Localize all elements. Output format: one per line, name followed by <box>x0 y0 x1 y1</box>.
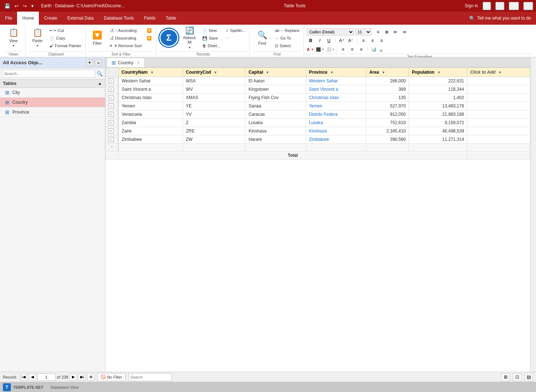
table-row[interactable]: + Zimbabwe ZW Harare Zimbabwe 390,580 11… <box>106 135 530 144</box>
close-button[interactable]: ✕ <box>523 2 533 10</box>
nav-item-country[interactable]: ⊞ Country <box>0 98 105 107</box>
list-number-button[interactable]: ≣ <box>383 28 391 36</box>
table-row[interactable]: + Christmas Islan XMAS Flying Fish Cov C… <box>106 94 530 102</box>
menu-external-data[interactable]: External Data <box>62 12 99 25</box>
nav-item-city[interactable]: ⊞ City <box>0 88 105 98</box>
font-family-select[interactable]: Calibri (Detail) <box>307 28 354 36</box>
datasheet-view-button[interactable]: ⊞ <box>501 373 510 381</box>
align-center-2-button[interactable]: ≡ <box>348 46 356 53</box>
copy-button[interactable]: 📄 Copy <box>48 34 83 42</box>
menu-create[interactable]: Create <box>39 12 62 25</box>
menu-file[interactable]: File <box>0 12 17 25</box>
new-record-button[interactable]: 📄 New <box>200 27 222 34</box>
expand-btn-1[interactable]: + <box>109 87 114 92</box>
expand-btn-5[interactable]: + <box>109 120 114 125</box>
menu-table[interactable]: Table <box>161 12 182 25</box>
align-center-button[interactable]: ≡ <box>369 37 377 44</box>
restore-button[interactable]: ❐ <box>509 2 519 10</box>
next-record-button[interactable]: ▶ <box>70 373 77 381</box>
nav-item-province[interactable]: ⊞ Province <box>0 107 105 117</box>
row-selector-6[interactable]: + <box>106 127 119 135</box>
col-header-click-to-add[interactable]: Click to Add ▼ <box>467 68 530 77</box>
paste-button[interactable]: 📋 Paste ▾ <box>29 27 46 49</box>
toggle-filter-button[interactable]: 🔽 <box>145 34 154 42</box>
font-size-select[interactable]: 11 <box>355 28 371 36</box>
last-record-button[interactable]: ▶| <box>78 373 86 381</box>
country-tab[interactable]: ⊞ Country ✕ <box>107 58 145 67</box>
first-record-button[interactable]: |◀ <box>20 373 27 381</box>
table-row[interactable]: + Saint Vincent a WV Kingstown Saint Vin… <box>106 85 530 94</box>
nav-search-input[interactable] <box>2 70 95 78</box>
tables-section-header[interactable]: Tables ▲ <box>0 79 105 88</box>
prev-record-button[interactable]: ◀ <box>29 373 36 381</box>
row-selector-4[interactable]: + <box>106 110 119 119</box>
row-selector-1[interactable]: + <box>106 85 119 94</box>
new-record-nav-button[interactable]: ⊕ <box>87 373 94 381</box>
row-selector-7[interactable]: + <box>106 135 119 144</box>
pivot-view-button[interactable]: ⊡ <box>513 373 521 381</box>
filter-button[interactable]: 🔽 Filter <box>89 27 106 49</box>
tell-me-what[interactable]: 🔍 Tell me what you want to do <box>464 12 536 25</box>
cut-button[interactable]: ✂ ✂ Cut <box>48 27 83 34</box>
col-header-countrycode[interactable]: CountryCod ▼ <box>183 68 245 77</box>
totals-button[interactable]: Σ <box>159 27 179 49</box>
sign-in[interactable]: Sign in <box>465 3 478 8</box>
delete-record-button[interactable]: 🗑 Delet... <box>200 42 222 49</box>
table-row[interactable]: + Zambia Z Lusaka Lusaka 752,610 9,159,0… <box>106 119 530 127</box>
search-input[interactable] <box>129 373 172 381</box>
bold-button[interactable]: B <box>307 37 315 44</box>
save-button[interactable]: 💾 <box>3 3 12 9</box>
expand-btn-2[interactable]: + <box>109 95 114 100</box>
refresh-all-button[interactable]: 🔄 RefreshAll ▾ <box>180 27 199 49</box>
expand-btn-0[interactable]: + <box>109 78 114 83</box>
remove-sort-button[interactable]: ✕ ✕ Remove Sort <box>107 42 143 49</box>
list-bullet-button[interactable]: ≡ <box>374 28 382 36</box>
row-selector-0[interactable]: + <box>106 77 119 85</box>
text-format-expand[interactable]: ⧉ <box>380 49 382 53</box>
menu-database-tools[interactable]: Database Tools <box>99 12 139 25</box>
align-left-2-button[interactable]: ≡ <box>339 46 347 53</box>
decrease-indent-button[interactable]: ⊲ <box>400 28 408 36</box>
spelling-button[interactable]: ✓ Spellin... <box>224 27 247 34</box>
select-button[interactable]: ⊡ Select <box>273 42 301 49</box>
row-selector-2[interactable]: + <box>106 94 119 102</box>
underline-button[interactable]: U <box>325 37 333 44</box>
nav-search-icon[interactable]: 🔍 <box>97 71 103 77</box>
increase-font-button[interactable]: A⁺ <box>338 37 346 44</box>
col-header-area[interactable]: Area ▼ <box>366 68 409 77</box>
expand-btn-6[interactable]: + <box>109 128 114 134</box>
current-record-input[interactable] <box>37 373 56 381</box>
help-button[interactable]: ? <box>483 2 491 10</box>
undo-button[interactable]: ↩ <box>13 3 20 9</box>
col-header-countryname[interactable]: CountryNam ▼ <box>118 68 183 77</box>
more-records-button[interactable]: ⋯ <box>224 34 247 42</box>
menu-home[interactable]: Home <box>17 12 39 25</box>
goto-button[interactable]: → Go To <box>273 34 301 42</box>
format-painter-button[interactable]: 🖌 Format Painter <box>48 42 83 49</box>
new-row-name[interactable] <box>118 144 183 151</box>
save-record-button[interactable]: 💾 Save <box>200 34 222 42</box>
chart-button[interactable]: 📊 <box>370 46 378 53</box>
align-right-2-button[interactable]: ≡ <box>357 46 365 53</box>
table-row[interactable]: + Yemen YE Sanaa Yemen 527,970 13,483,17… <box>106 102 530 110</box>
expand-btn-7[interactable]: + <box>109 137 114 142</box>
nav-collapse-button[interactable]: « <box>95 59 102 66</box>
italic-button[interactable]: I <box>316 37 324 44</box>
col-header-capital[interactable]: Capital ▼ <box>245 68 306 77</box>
expand-btn-3[interactable]: + <box>109 103 114 109</box>
descending-button[interactable]: ↓Z Descending <box>107 34 143 42</box>
table-row[interactable]: + Zaire ZRE Kinshasa Kinshasa 2,345,410 … <box>106 127 530 135</box>
row-selector-5[interactable]: + <box>106 119 119 127</box>
col-header-province[interactable]: Province ▼ <box>306 68 366 77</box>
table-row[interactable]: + Venezuela YV Caracas Distrito Federa 9… <box>106 110 530 119</box>
close-tab-icon[interactable]: ✕ <box>137 61 140 65</box>
row-selector-3[interactable]: + <box>106 102 119 110</box>
new-record-row[interactable]: * <box>106 144 530 151</box>
advanced-filter-button[interactable]: 🔽 <box>145 27 154 34</box>
col-header-population[interactable]: Population ▼ <box>409 68 467 77</box>
layout-view-button[interactable]: ▤ <box>524 373 533 381</box>
right-scrollbar-panel[interactable] <box>530 57 536 372</box>
align-right-button[interactable]: ≡ <box>378 37 386 44</box>
ascending-button[interactable]: ↑Z ↑ Ascending <box>107 27 143 34</box>
redo-button[interactable]: ↪ <box>21 3 28 9</box>
